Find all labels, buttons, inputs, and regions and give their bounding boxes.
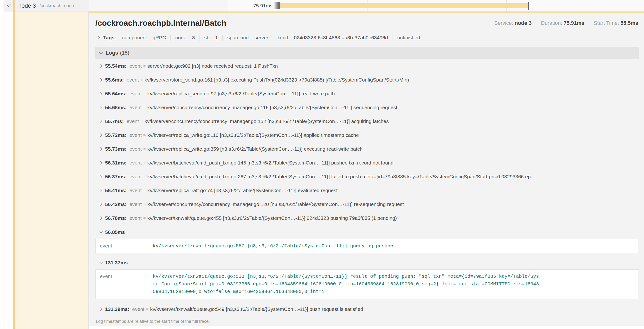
tags-accordion-header[interactable]: Tags: component = gRPC node = 3 sb = 1 s… bbox=[95, 32, 639, 44]
tags-label: Tags: bbox=[103, 35, 116, 40]
equals-sign: = bbox=[143, 133, 146, 138]
log-row[interactable]: 55.73ms: event = kv/kvserver/replica_wri… bbox=[95, 142, 639, 156]
log-row[interactable]: 56.37ms: event = kv/kvserver/batcheval/c… bbox=[95, 170, 639, 184]
logs-accordion-header[interactable]: Logs (15) bbox=[95, 47, 639, 59]
log-row[interactable]: 56.31ms: event = kv/kvserver/batcheval/c… bbox=[95, 156, 639, 170]
log-field-key: event bbox=[130, 63, 142, 69]
log-timestamp: 56.78ms: bbox=[105, 215, 126, 221]
log-field-key: event bbox=[130, 174, 142, 180]
chevron-down-icon[interactable] bbox=[100, 260, 103, 264]
chevron-right-icon[interactable] bbox=[99, 308, 102, 311]
chevron-down-icon[interactable] bbox=[99, 50, 103, 54]
chevron-right-icon[interactable] bbox=[99, 92, 102, 95]
chevron-right-icon[interactable] bbox=[99, 189, 102, 192]
tag-key: component bbox=[122, 35, 147, 40]
equals-sign: = bbox=[143, 216, 146, 220]
tag-item[interactable]: node = 3 bbox=[170, 35, 199, 40]
tag-item[interactable]: txnid = 024d3323-6c8f-4863-aa8b-37ab0e63… bbox=[273, 35, 392, 40]
span-bar[interactable] bbox=[280, 3, 528, 8]
tag-item[interactable]: unfinished = bbox=[392, 35, 430, 40]
span-operation-name[interactable]: /cockroach.roach… bbox=[39, 3, 78, 8]
log-field-value: kv/kvserver/store_send.go:161 [n3,s3] ex… bbox=[145, 77, 409, 83]
chevron-right-icon[interactable] bbox=[99, 64, 102, 68]
chevron-right-icon[interactable] bbox=[99, 203, 102, 206]
equals-sign: = bbox=[143, 146, 146, 152]
tag-value: 3 bbox=[192, 35, 195, 40]
log-row[interactable]: 55.54ms: event = server/node.go:902 [n3]… bbox=[95, 59, 639, 73]
span-row[interactable]: node 3 /cockroach.roach… 75.91ms bbox=[0, 0, 644, 12]
equals-sign: = bbox=[250, 35, 253, 40]
log-row[interactable]: 55.64ms: event = kv/kvserver/replica_sen… bbox=[95, 87, 639, 100]
logs-title: Logs bbox=[106, 50, 118, 56]
log-field-value: server/node.go:902 [n3] node received re… bbox=[147, 63, 278, 69]
meta-duration-label: Duration: bbox=[541, 20, 562, 26]
chevron-right-icon[interactable] bbox=[99, 161, 102, 164]
log-field-value: kv/kvserver/txnwait/queue.go:455 [n3,s3,… bbox=[147, 215, 397, 221]
tag-item[interactable]: component = gRPC bbox=[118, 35, 170, 40]
equals-sign: = bbox=[143, 64, 146, 68]
chevron-right-icon[interactable] bbox=[99, 134, 102, 137]
equals-sign: = bbox=[188, 35, 190, 40]
log-field-value: kv/kvserver/concurrency/concurrency_mana… bbox=[147, 105, 397, 110]
chevron-right-icon[interactable] bbox=[96, 36, 100, 40]
log-field-key: event bbox=[130, 188, 142, 193]
log-timestamp: 131.37ms bbox=[105, 260, 128, 266]
log-field-value: kv/kvserver/batcheval/cmd_push_txn.go:14… bbox=[147, 160, 394, 166]
chevron-down-icon[interactable] bbox=[100, 230, 103, 234]
equals-sign: = bbox=[143, 202, 146, 207]
log-timestamp: 55.6ms: bbox=[105, 77, 124, 83]
log-field-value: kv/kvserver/concurrency/concurrency_mana… bbox=[145, 118, 389, 124]
meta-duration-value: 75.91ms bbox=[564, 20, 584, 26]
chevron-right-icon[interactable] bbox=[99, 78, 102, 82]
equals-sign: = bbox=[146, 307, 148, 312]
chevron-right-icon[interactable] bbox=[99, 120, 102, 123]
tag-key: span.kind bbox=[227, 35, 248, 40]
log-row[interactable]: 56.41ms: event = kv/kvserver/replica_raf… bbox=[95, 184, 639, 198]
tag-item[interactable]: sb = 1 bbox=[200, 35, 222, 40]
name-column-spacer bbox=[89, 0, 228, 12]
left-gutter bbox=[0, 0, 4, 12]
chevron-right-icon[interactable] bbox=[99, 106, 102, 109]
log-fields-table: event kv/kvserver/txnwait/queue.go:538 [… bbox=[95, 270, 639, 299]
chevron-right-icon[interactable] bbox=[99, 147, 102, 151]
chevron-right-icon[interactable] bbox=[99, 175, 102, 178]
field-key: event bbox=[100, 273, 153, 296]
log-field-key: event bbox=[130, 105, 142, 110]
tag-value: 024d3323-6c8f-4863-aa8b-37ab0e63496d bbox=[294, 35, 388, 40]
log-row-expanded-header[interactable]: 56.85ms bbox=[95, 226, 639, 238]
log-row[interactable]: 56.78ms: event = kv/kvserver/txnwait/que… bbox=[95, 211, 639, 225]
field-key: event bbox=[100, 242, 153, 250]
log-row[interactable]: 55.72ms: event = kv/kvserver/replica_wri… bbox=[95, 128, 639, 142]
log-field-key: event bbox=[130, 146, 142, 152]
log-timestamp: 55.68ms: bbox=[105, 105, 126, 110]
log-row[interactable]: 55.6ms: event = kv/kvserver/store_send.g… bbox=[95, 73, 639, 87]
equals-sign: = bbox=[143, 160, 146, 165]
chevron-down-icon[interactable] bbox=[6, 2, 11, 7]
meta-service: Service: node 3 bbox=[494, 20, 536, 26]
log-row-expanded-header[interactable]: 131.37ms bbox=[95, 256, 639, 269]
log-timestamp: 56.43ms: bbox=[105, 202, 126, 207]
span-operation-title: /cockroach.roachpb.Internal/Batch bbox=[95, 18, 226, 28]
span-name-column-highlight[interactable] bbox=[15, 12, 88, 329]
span-service-name[interactable]: node 3 bbox=[18, 2, 36, 9]
span-color-bar-column bbox=[13, 12, 15, 329]
span-end-log-tick bbox=[528, 2, 529, 10]
equals-sign: = bbox=[140, 119, 143, 124]
tag-item[interactable]: span.kind = server bbox=[222, 35, 273, 40]
span-duration-label: 75.91ms bbox=[248, 0, 272, 12]
tag-value: 1 bbox=[215, 35, 218, 40]
log-row[interactable]: 55.7ms: event = kv/kvserver/concurrency/… bbox=[95, 114, 639, 128]
chevron-right-icon[interactable] bbox=[99, 216, 102, 220]
log-field-key: event bbox=[126, 118, 139, 124]
tag-list: component = gRPC node = 3 sb = 1 span.ki… bbox=[118, 35, 430, 40]
equals-sign: = bbox=[422, 35, 424, 40]
log-timestamp: 55.72ms: bbox=[105, 132, 126, 138]
log-row[interactable]: 56.43ms: event = kv/kvserver/concurrency… bbox=[95, 198, 639, 211]
log-timestamp: 131.39ms: bbox=[105, 306, 130, 312]
timeline-ruler: 75.91ms bbox=[228, 0, 644, 12]
log-timestamp: 55.54ms: bbox=[105, 63, 126, 69]
log-row[interactable]: 55.68ms: event = kv/kvserver/concurrency… bbox=[95, 100, 639, 114]
log-row[interactable]: 131.39ms: event = kv/kvserver/txnwait/qu… bbox=[95, 302, 639, 316]
log-timestamp: 56.37ms: bbox=[105, 174, 126, 180]
log-entry-expanded: 56.85ms event kv/kvserver/txnwait/queue.… bbox=[95, 226, 639, 253]
